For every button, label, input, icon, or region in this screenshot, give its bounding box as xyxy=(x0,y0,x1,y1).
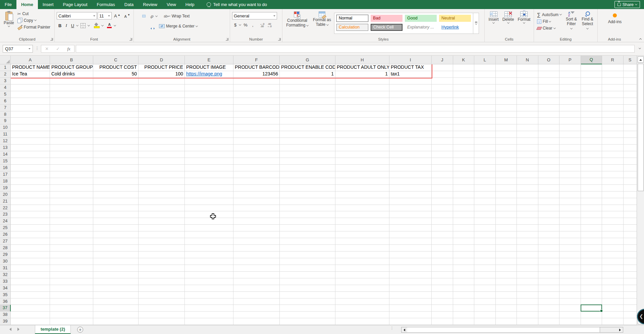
row-header-7[interactable]: 7 xyxy=(0,105,11,111)
row-header-29[interactable]: 29 xyxy=(0,252,11,258)
menu-tab-data[interactable]: Data xyxy=(120,0,138,9)
column-header-F[interactable]: F xyxy=(233,56,280,64)
font-size-combo[interactable]: 11 xyxy=(98,12,112,19)
column-header-L[interactable]: L xyxy=(474,56,496,64)
fill-button[interactable]: ↓ Fill xyxy=(536,18,562,24)
cell-H2[interactable]: 1 xyxy=(335,71,389,77)
menu-tab-review[interactable]: Review xyxy=(138,0,162,9)
enter-icon[interactable]: ✓ xyxy=(56,46,60,51)
align-right-button[interactable] xyxy=(143,25,145,27)
cell-C2[interactable]: 50 xyxy=(93,71,138,77)
column-header-R[interactable]: R xyxy=(602,56,624,64)
row-header-28[interactable]: 28 xyxy=(0,245,11,252)
column-header-M[interactable]: M xyxy=(496,56,517,64)
row-header-24[interactable]: 24 xyxy=(0,218,11,225)
menu-tab-help[interactable]: Help xyxy=(181,0,199,9)
align-center-button[interactable] xyxy=(139,25,142,27)
row-header-30[interactable]: 30 xyxy=(0,258,11,265)
column-header-A[interactable]: A xyxy=(11,56,50,64)
underline-button[interactable]: U xyxy=(69,22,76,29)
menu-tab-formulas[interactable]: Formulas xyxy=(92,0,120,9)
collapse-ribbon-button[interactable] xyxy=(639,38,642,41)
row-header-11[interactable]: 11 xyxy=(0,131,11,138)
fill-color-button[interactable] xyxy=(92,22,101,29)
decrease-indent-button[interactable] xyxy=(149,25,151,27)
addins-button[interactable]: Add-ins xyxy=(606,13,624,36)
chevron-down-icon[interactable] xyxy=(114,24,116,26)
copy-button[interactable]: Copy xyxy=(16,17,51,23)
column-header-N[interactable]: N xyxy=(517,56,538,64)
menu-tab-home[interactable]: Home xyxy=(16,0,38,9)
cell-C1[interactable]: PRODUCT COST xyxy=(93,64,138,71)
bottom-align-button[interactable] xyxy=(143,15,145,17)
row-header-26[interactable]: 26 xyxy=(0,231,11,238)
row-header-25[interactable]: 25 xyxy=(0,225,11,231)
row-header-18[interactable]: 18 xyxy=(0,178,11,185)
row-header-20[interactable]: 20 xyxy=(0,191,11,198)
horizontal-scrollbar-thumb[interactable] xyxy=(407,327,600,332)
column-header-Q[interactable]: Q xyxy=(581,56,602,64)
column-header-C[interactable]: C xyxy=(93,56,139,64)
new-sheet-button[interactable]: + xyxy=(77,327,83,333)
accounting-format-button[interactable]: $ xyxy=(232,22,238,28)
tell-me[interactable]: Tell me what you want to do xyxy=(207,0,267,9)
formula-bar-splitter[interactable]: ⋮ xyxy=(35,46,39,51)
row-header-32[interactable]: 32 xyxy=(0,272,11,278)
style-chip-good[interactable]: Good xyxy=(405,15,437,22)
insert-cells-button[interactable]: Insert xyxy=(487,11,500,36)
bold-button[interactable]: B xyxy=(57,22,63,29)
cell-E2[interactable]: https://image.png xyxy=(185,71,233,77)
scroll-left-button[interactable] xyxy=(401,327,407,332)
comma-button[interactable]: , xyxy=(250,22,256,28)
chevron-down-icon[interactable] xyxy=(155,14,158,17)
cell-E1[interactable]: PRODUCT IMAGE xyxy=(185,64,233,71)
cell-A1[interactable]: PRODUCT NAME xyxy=(11,64,50,71)
style-chip-hyperlink[interactable]: Hyperlink xyxy=(439,24,471,31)
paste-button[interactable]: Paste xyxy=(2,11,16,30)
tab-scroll-splitter[interactable]: ⋮ xyxy=(390,327,394,329)
row-header-17[interactable]: 17 xyxy=(0,171,11,178)
row-header-22[interactable]: 22 xyxy=(0,205,11,212)
font-dialog-launcher[interactable] xyxy=(129,38,132,41)
cell-D1[interactable]: PRODUCT PRICE xyxy=(139,64,184,71)
row-header-23[interactable]: 23 xyxy=(0,211,11,218)
row-header-9[interactable]: 9 xyxy=(0,118,11,124)
cut-button[interactable]: ✂ Cut xyxy=(16,11,51,17)
row-header-1[interactable]: 1 xyxy=(0,64,11,71)
row-header-16[interactable]: 16 xyxy=(0,165,11,171)
cell-I2[interactable]: tax1 xyxy=(389,71,431,77)
column-header-S[interactable]: S xyxy=(624,56,637,64)
chevron-down-icon[interactable] xyxy=(76,24,78,26)
style-chip-explanatory[interactable]: Explanatory ... xyxy=(405,24,437,31)
chevron-down-icon[interactable] xyxy=(101,24,104,26)
delete-cells-button[interactable]: Delete xyxy=(501,11,516,36)
font-name-combo[interactable]: Calibri xyxy=(57,12,97,19)
menu-tab-view[interactable]: View xyxy=(162,0,181,9)
style-chip-calculation[interactable]: Calculation xyxy=(336,24,368,31)
borders-button[interactable] xyxy=(79,22,87,29)
percent-button[interactable]: % xyxy=(241,22,250,28)
decrease-decimal-button[interactable]: .00 →.0 xyxy=(266,22,273,28)
row-header-12[interactable]: 12 xyxy=(0,138,11,145)
row-header-33[interactable]: 33 xyxy=(0,278,11,285)
autosum-button[interactable]: ∑ AutoSum xyxy=(536,11,562,18)
column-header-E[interactable]: E xyxy=(185,56,233,64)
style-chip-neutral[interactable]: Neutral xyxy=(439,15,471,22)
format-cells-button[interactable]: Format xyxy=(516,11,532,36)
merge-center-button[interactable]: ⇄ Merge & Center xyxy=(158,23,199,29)
row-header-14[interactable]: 14 xyxy=(0,151,11,158)
font-color-button[interactable]: A xyxy=(105,22,113,29)
align-left-button[interactable] xyxy=(136,25,139,27)
menu-tab-file[interactable]: File xyxy=(0,0,16,9)
style-chip-bad[interactable]: Bad xyxy=(371,15,402,22)
menu-tab-page-layout[interactable]: Page Layout xyxy=(58,0,92,9)
row-header-6[interactable]: 6 xyxy=(0,98,11,105)
cancel-icon[interactable]: ✕ xyxy=(45,46,49,51)
row-header-10[interactable]: 10 xyxy=(0,124,11,131)
decrease-font-button[interactable]: A▼ xyxy=(123,13,132,19)
cell-I1[interactable]: PRODUCT TAX xyxy=(389,64,431,71)
column-header-O[interactable]: O xyxy=(538,56,560,64)
row-header-3[interactable]: 3 xyxy=(0,78,11,85)
row-header-31[interactable]: 31 xyxy=(0,265,11,272)
orientation-button[interactable]: ab xyxy=(149,12,155,20)
